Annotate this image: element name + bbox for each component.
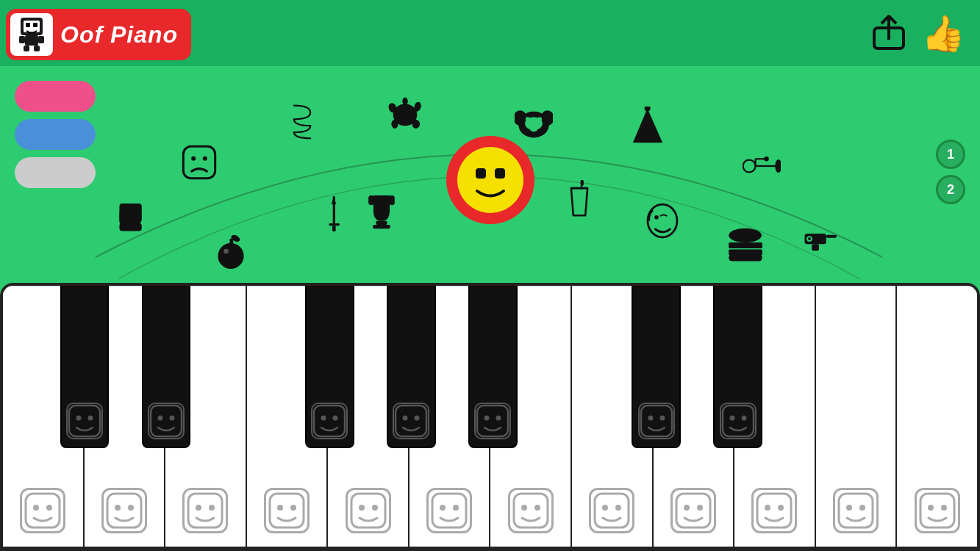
sad-face-icon[interactable] <box>180 143 218 189</box>
svg-marker-27 <box>633 108 662 142</box>
wink-face-icon[interactable] <box>643 202 682 248</box>
svg-point-57 <box>729 228 762 242</box>
svg-rect-67 <box>476 168 486 179</box>
svg-rect-69 <box>26 494 60 527</box>
share-icon[interactable] <box>871 13 906 54</box>
svg-point-28 <box>645 107 651 111</box>
gray-button[interactable] <box>15 157 96 188</box>
logo-title: Oof Piano <box>60 21 178 48</box>
black-key-2[interactable] <box>142 286 191 448</box>
svg-rect-111 <box>314 406 345 436</box>
key-face-6 <box>426 488 472 533</box>
black-key-face-7 <box>720 403 757 439</box>
key-face-1 <box>20 488 65 533</box>
svg-point-89 <box>534 505 540 511</box>
top-right-icons: 👍 <box>871 13 965 54</box>
black-key-6[interactable] <box>632 286 681 448</box>
svg-point-25 <box>537 117 542 121</box>
svg-rect-3 <box>19 36 25 43</box>
black-key-face-1 <box>66 403 103 439</box>
svg-rect-84 <box>432 494 466 527</box>
key-face-8 <box>589 488 634 533</box>
svg-point-73 <box>115 505 121 511</box>
svg-point-43 <box>223 249 228 253</box>
spring-icon[interactable] <box>283 103 321 148</box>
svg-point-109 <box>158 416 163 421</box>
svg-rect-5 <box>24 46 29 51</box>
svg-point-95 <box>697 505 703 511</box>
svg-point-54 <box>580 180 583 186</box>
svg-rect-6 <box>34 46 40 51</box>
svg-point-76 <box>196 505 201 511</box>
party-hat-icon[interactable] <box>629 107 667 152</box>
black-key-7[interactable] <box>713 286 762 448</box>
svg-point-66 <box>464 154 517 206</box>
logo-avatar <box>10 13 53 56</box>
svg-rect-117 <box>477 406 508 436</box>
key-face-5 <box>346 488 391 533</box>
black-key-face-3 <box>311 403 348 439</box>
svg-rect-49 <box>389 195 394 205</box>
white-key-12[interactable] <box>897 286 977 548</box>
black-key-3[interactable] <box>305 286 354 448</box>
svg-point-83 <box>372 505 378 511</box>
black-key-4[interactable] <box>387 286 436 448</box>
svg-point-85 <box>440 505 446 511</box>
svg-rect-47 <box>332 226 336 231</box>
svg-point-101 <box>859 505 865 511</box>
svg-rect-87 <box>514 494 548 527</box>
key-face-4 <box>264 488 310 533</box>
svg-point-103 <box>928 505 934 511</box>
key-face-7 <box>508 488 554 533</box>
svg-point-70 <box>33 505 39 511</box>
pink-button[interactable] <box>15 81 96 112</box>
key-face-10 <box>751 488 797 533</box>
badge-1[interactable]: 1 <box>936 140 965 169</box>
svg-point-74 <box>128 505 134 511</box>
svg-rect-78 <box>270 494 304 527</box>
sword-icon[interactable] <box>315 195 353 240</box>
svg-point-98 <box>778 505 784 511</box>
svg-point-88 <box>521 505 527 511</box>
key-face-12 <box>915 488 960 533</box>
svg-rect-75 <box>188 494 222 527</box>
key-face-9 <box>670 488 716 533</box>
fist-icon[interactable] <box>112 195 150 240</box>
trophy-icon[interactable] <box>362 191 401 237</box>
drink-icon[interactable] <box>560 180 598 226</box>
svg-point-82 <box>359 505 365 511</box>
svg-point-71 <box>46 505 52 511</box>
blue-button[interactable] <box>15 119 96 150</box>
logo-container[interactable]: Oof Piano <box>6 9 191 60</box>
svg-point-100 <box>846 505 852 511</box>
svg-point-40 <box>218 243 243 269</box>
like-icon[interactable]: 👍 <box>921 13 965 54</box>
svg-point-113 <box>333 416 338 421</box>
ray-gun-icon[interactable] <box>800 220 838 266</box>
svg-point-122 <box>659 416 665 421</box>
splat-icon[interactable] <box>386 96 424 141</box>
bomb-icon[interactable] <box>212 234 250 279</box>
svg-point-24 <box>526 117 530 121</box>
black-key-5[interactable] <box>468 286 518 448</box>
svg-rect-51 <box>373 225 390 228</box>
black-key-face-4 <box>393 403 429 439</box>
burger-icon[interactable] <box>726 226 765 272</box>
key-face-11 <box>833 488 879 533</box>
svg-point-35 <box>764 156 769 162</box>
hamster-icon[interactable] <box>515 101 553 147</box>
badge-2[interactable]: 2 <box>936 175 965 204</box>
center-face <box>457 147 523 213</box>
svg-rect-11 <box>183 146 215 178</box>
svg-point-30 <box>743 160 756 173</box>
svg-rect-48 <box>368 195 373 205</box>
center-selector[interactable] <box>446 136 534 224</box>
trumpet-icon[interactable] <box>743 147 781 192</box>
svg-rect-60 <box>729 254 762 262</box>
svg-rect-50 <box>376 221 387 225</box>
svg-rect-108 <box>151 406 182 436</box>
svg-rect-105 <box>69 406 100 436</box>
svg-rect-63 <box>826 235 837 238</box>
black-key-1[interactable] <box>60 286 110 448</box>
white-key-11[interactable] <box>816 286 898 548</box>
